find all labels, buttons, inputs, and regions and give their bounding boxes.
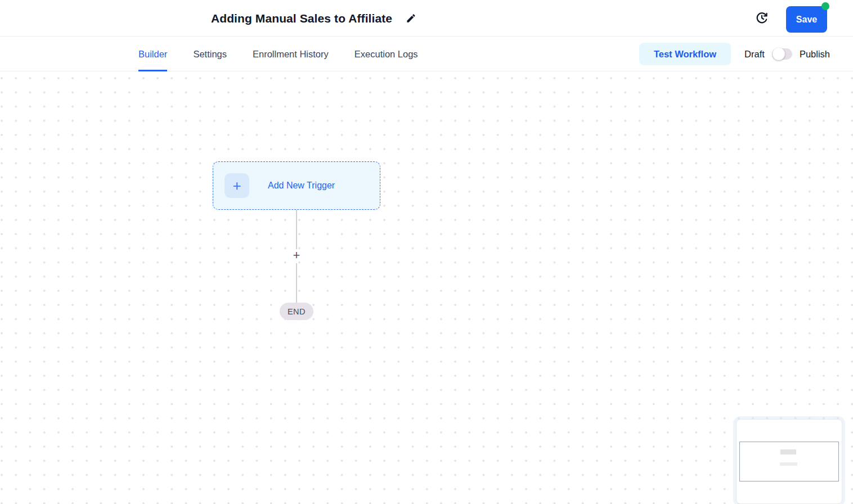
connector-line-top bbox=[296, 210, 297, 249]
trigger-node-label: Add New Trigger bbox=[268, 181, 335, 191]
pencil-icon bbox=[406, 13, 416, 24]
unsaved-changes-dot bbox=[821, 2, 829, 10]
tab-settings[interactable]: Settings bbox=[193, 37, 227, 71]
minimap-viewport[interactable] bbox=[739, 442, 839, 482]
header: Adding Manual Sales to Affiliate Save bbox=[0, 0, 853, 37]
end-node: END bbox=[280, 303, 313, 320]
tab-enrollment-history[interactable]: Enrollment History bbox=[253, 37, 329, 71]
minimap-end-node bbox=[780, 462, 797, 466]
add-action-plus-button[interactable]: + bbox=[291, 249, 302, 262]
tab-bar: Builder Settings Enrollment History Exec… bbox=[0, 37, 853, 71]
draft-label: Draft bbox=[744, 49, 765, 60]
tab-builder[interactable]: Builder bbox=[138, 37, 167, 71]
publish-toggle[interactable] bbox=[772, 48, 792, 60]
history-clock-icon bbox=[755, 11, 769, 25]
plus-icon: + bbox=[225, 173, 249, 198]
tab-actions: Test Workflow Draft Publish bbox=[639, 37, 830, 71]
publish-label: Publish bbox=[800, 49, 830, 60]
minimap-trigger-node bbox=[780, 449, 796, 454]
tab-execution-logs[interactable]: Execution Logs bbox=[354, 37, 418, 71]
workflow-canvas[interactable]: + Add New Trigger + END bbox=[0, 71, 853, 504]
page-title: Adding Manual Sales to Affiliate bbox=[211, 12, 392, 25]
connector-line-bottom bbox=[296, 263, 297, 303]
test-workflow-button[interactable]: Test Workflow bbox=[639, 43, 731, 65]
version-history-button[interactable] bbox=[755, 11, 769, 25]
toggle-knob bbox=[773, 48, 785, 60]
add-new-trigger-node[interactable]: + Add New Trigger bbox=[213, 161, 380, 210]
minimap[interactable] bbox=[736, 419, 842, 504]
save-button[interactable]: Save bbox=[786, 6, 827, 33]
workflow-builder-page: Adding Manual Sales to Affiliate Save bbox=[0, 0, 853, 504]
tabs: Builder Settings Enrollment History Exec… bbox=[138, 37, 418, 71]
title-group: Adding Manual Sales to Affiliate bbox=[211, 0, 417, 37]
edit-title-button[interactable] bbox=[405, 12, 417, 25]
